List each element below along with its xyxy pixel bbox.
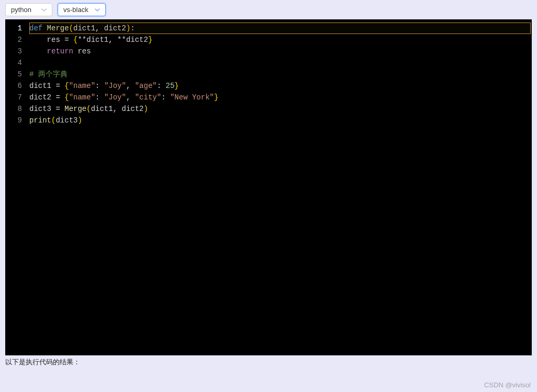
code-token: dict2 — [104, 24, 126, 32]
code-token: , — [126, 93, 135, 102]
code-line[interactable] — [29, 57, 532, 69]
code-token: = — [55, 93, 64, 102]
code-token: 25 — [166, 82, 175, 90]
code-token: "Joy" — [104, 93, 126, 102]
code-token: dict1 — [73, 24, 95, 32]
code-token: : — [157, 82, 166, 90]
code-token: : — [161, 93, 170, 102]
line-number: 1 — [5, 23, 29, 34]
code-line[interactable]: dict1 = {"name": "Joy", "age": 25} — [29, 80, 532, 92]
code-token: "age" — [135, 82, 157, 90]
code-token: , — [95, 24, 104, 32]
code-token: dict2 — [126, 36, 148, 44]
code-token: print — [29, 116, 51, 125]
watermark: CSDN @vivisol — [484, 381, 531, 389]
line-number: 7 — [5, 92, 29, 103]
line-number: 6 — [5, 80, 29, 92]
code-token: def — [29, 24, 47, 32]
code-token — [29, 47, 47, 55]
code-token: return — [47, 47, 78, 55]
code-token: "New York" — [170, 93, 214, 102]
chevron-down-icon — [95, 7, 100, 13]
code-line[interactable]: dict2 = {"name": "Joy", "city": "New Yor… — [29, 92, 532, 103]
line-number: 9 — [5, 115, 29, 126]
code-token: = — [64, 36, 73, 44]
code-token: "city" — [135, 93, 161, 102]
code-token: } — [174, 82, 178, 90]
code-token: Merge — [64, 105, 86, 113]
code-line[interactable]: def Merge(dict1, dict2): — [29, 23, 532, 34]
line-number: 2 — [5, 34, 29, 46]
code-token: # 两个字典 — [29, 70, 68, 79]
code-line[interactable]: print(dict3) — [29, 115, 532, 126]
code-token: ( — [69, 24, 73, 32]
code-token: , — [108, 36, 117, 44]
code-line[interactable]: dict3 = Merge(dict1, dict2) — [29, 103, 532, 115]
chevron-down-icon — [41, 7, 47, 13]
theme-select[interactable]: vs-black — [58, 3, 106, 16]
code-token: dict3 — [55, 116, 77, 125]
code-token: dict1 — [29, 82, 55, 90]
code-token: dict1 — [91, 105, 113, 113]
code-token: } — [214, 93, 218, 102]
theme-select-value: vs-black — [63, 6, 88, 14]
code-token: = — [55, 105, 64, 113]
code-line[interactable]: res = {**dict1, **dict2} — [29, 34, 532, 46]
code-token: "name" — [69, 82, 95, 90]
line-number: 4 — [5, 57, 29, 69]
code-token: "Joy" — [104, 82, 126, 90]
code-line[interactable]: # 两个字典 — [29, 69, 532, 80]
code-token: ** — [77, 36, 86, 44]
language-select-value: python — [11, 6, 31, 14]
language-select[interactable]: python — [5, 3, 52, 16]
code-editor[interactable]: 123456789 def Merge(dict1, dict2): res =… — [5, 19, 532, 355]
code-token: = — [55, 82, 64, 90]
code-token: { — [64, 93, 69, 102]
code-token: ** — [117, 36, 126, 44]
code-token — [29, 36, 47, 44]
code-token: ( — [86, 105, 91, 113]
code-line[interactable]: return res — [29, 46, 532, 57]
code-token: , — [113, 105, 122, 113]
code-token: "name" — [69, 93, 95, 102]
code-token: ) — [144, 105, 148, 113]
code-token: res — [77, 47, 91, 55]
code-token: } — [148, 36, 152, 44]
code-token: ) — [77, 116, 82, 125]
code-token: : — [95, 93, 104, 102]
result-label: 以下是执行代码的结果： — [5, 357, 532, 367]
top-controls: python vs-black — [0, 0, 537, 19]
line-number: 3 — [5, 46, 29, 57]
code-token: { — [64, 82, 69, 90]
line-gutter: 123456789 — [5, 19, 29, 355]
code-token: res — [47, 36, 65, 44]
code-token: dict2 — [121, 105, 143, 113]
code-token: : — [130, 24, 135, 32]
code-token: dict2 — [29, 93, 55, 102]
line-number: 8 — [5, 103, 29, 115]
code-token: dict3 — [29, 105, 55, 113]
code-token: , — [126, 82, 135, 90]
code-token: : — [95, 82, 104, 90]
code-token: dict1 — [86, 36, 108, 44]
code-token: Merge — [47, 24, 69, 32]
line-number: 5 — [5, 69, 29, 80]
code-area[interactable]: def Merge(dict1, dict2): res = {**dict1,… — [29, 19, 532, 355]
